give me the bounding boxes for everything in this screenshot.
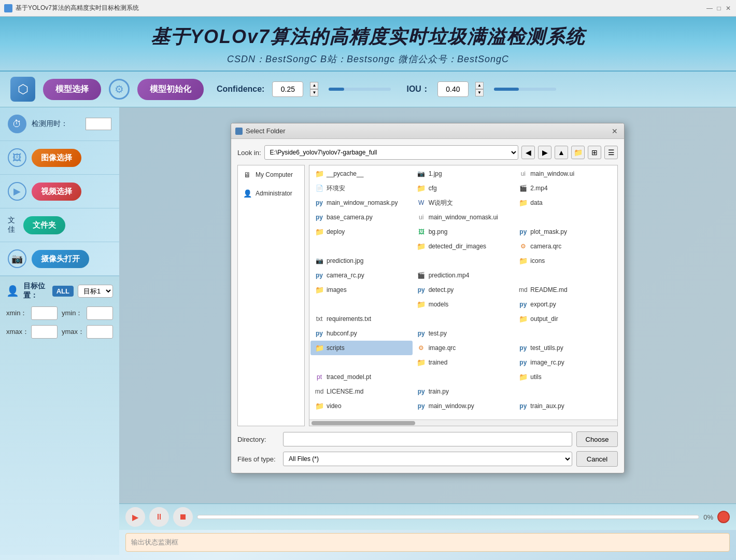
file-item[interactable]: pybase_camera.py: [310, 210, 413, 225]
iou-slider-track[interactable]: [494, 88, 556, 91]
minimize-button[interactable]: —: [706, 5, 713, 12]
file-item[interactable]: 📁video: [310, 399, 413, 413]
file-item[interactable]: uimain_window_nomask.ui: [413, 210, 515, 225]
file-item[interactable]: 📁detected_dir_images: [413, 239, 515, 254]
file-item[interactable]: pydetect.py: [413, 283, 515, 297]
image-select-item[interactable]: 🖼 图像选择: [0, 141, 119, 175]
file-item[interactable]: WW说明文: [413, 195, 515, 210]
files-grid: 📁__pycache__📷1.jpguimain_window.ui📄环境安📁c…: [309, 165, 617, 419]
confidence-down[interactable]: ▼: [310, 89, 318, 96]
file-item[interactable]: 📁cfg: [413, 181, 515, 195]
nav-forward-button[interactable]: ▶: [538, 146, 551, 159]
file-item[interactable]: 📁images: [310, 283, 413, 297]
video-select-button[interactable]: 视频选择: [32, 183, 81, 201]
file-item[interactable]: pycamera_rc.py: [310, 268, 413, 283]
file-icon: 📁: [518, 372, 528, 382]
file-item[interactable]: 📁deploy: [310, 225, 413, 239]
camera-button[interactable]: 摄像头打开: [32, 250, 89, 268]
lookin-path-select[interactable]: E:\Pyside6_yolov7\yolov7-garbage_full: [264, 145, 518, 160]
file-item[interactable]: 📁data: [514, 195, 616, 210]
folder-item[interactable]: 文佳 文件夹: [0, 208, 119, 242]
filetype-select[interactable]: All Files (*): [283, 452, 572, 466]
camera-item[interactable]: 📷 摄像头打开: [0, 242, 119, 276]
file-item[interactable]: pyplot_mask.py: [514, 225, 616, 239]
cancel-button[interactable]: Cancel: [576, 451, 618, 467]
file-item[interactable]: 📁scripts: [310, 341, 413, 355]
file-item[interactable]: pytrain.py: [413, 384, 515, 399]
nav-up-button[interactable]: ▲: [555, 146, 568, 159]
file-item[interactable]: txtrequirements.txt: [310, 312, 413, 326]
file-item[interactable]: 📄环境安: [310, 181, 413, 195]
file-item[interactable]: uimain_window.ui: [514, 166, 616, 181]
horizontal-scrollbar[interactable]: [309, 419, 617, 426]
file-item[interactable]: ⚙image.qrc: [413, 341, 515, 355]
user-icon: 👤: [242, 188, 252, 199]
maximize-button[interactable]: □: [715, 5, 723, 12]
confidence-slider-track[interactable]: [329, 88, 391, 91]
model-select-button[interactable]: 模型选择: [43, 79, 101, 100]
view-list-button[interactable]: ☰: [604, 146, 618, 159]
ymin-input[interactable]: [87, 306, 113, 320]
directory-input[interactable]: [283, 432, 572, 446]
confidence-spinner[interactable]: ▲ ▼: [310, 82, 318, 96]
file-item[interactable]: 📁trained: [413, 355, 515, 370]
file-name: 2.mp4: [530, 185, 547, 192]
places-item-administrator[interactable]: 👤 Administrator: [238, 184, 304, 203]
model-init-button[interactable]: 模型初始化: [137, 79, 204, 100]
file-name: prediction.mp4: [429, 272, 470, 279]
file-item[interactable]: pttraced_model.pt: [310, 370, 413, 384]
file-item[interactable]: pyexport.py: [514, 297, 616, 312]
iou-spinner[interactable]: ▲ ▼: [475, 82, 484, 96]
file-name: main_window.py: [429, 402, 474, 410]
close-button[interactable]: ✕: [725, 5, 732, 12]
file-item[interactable]: 🎬2.mp4: [514, 181, 616, 195]
file-item[interactable]: 🖼bg.png: [413, 225, 515, 239]
folder-button[interactable]: 文件夹: [23, 216, 65, 234]
choose-button[interactable]: Choose: [576, 431, 618, 447]
confidence-up[interactable]: ▲: [310, 82, 318, 89]
nav-back-button[interactable]: ◀: [521, 146, 535, 159]
file-icon: 📁: [315, 401, 324, 411]
sub-title: CSDN：BestSongC B站：Bestsongc 微信公众号：BestSo…: [10, 53, 726, 65]
progress-bar[interactable]: [197, 515, 699, 519]
file-item[interactable]: 🎬prediction.mp4: [413, 268, 515, 283]
play-button[interactable]: ▶: [125, 507, 145, 527]
xmin-input[interactable]: [31, 306, 58, 320]
file-item[interactable]: pytest.py: [413, 326, 515, 341]
file-item[interactable]: mdREADME.md: [514, 283, 616, 297]
file-item[interactable]: mdLICENSE.md: [310, 384, 413, 399]
stop-button[interactable]: ⏹: [173, 507, 193, 527]
file-name: output_dir: [530, 315, 558, 323]
file-item[interactable]: 📁output_dir: [514, 312, 616, 326]
xmax-input[interactable]: [31, 325, 58, 339]
file-item[interactable]: pyhubconf.py: [310, 326, 413, 341]
places-item-mycomputer[interactable]: 🖥 My Computer: [238, 165, 304, 184]
file-item[interactable]: pyimage_rc.py: [514, 355, 616, 370]
pause-button[interactable]: ⏸: [149, 507, 169, 527]
iou-up[interactable]: ▲: [475, 82, 484, 89]
view-grid-button[interactable]: ⊞: [588, 146, 601, 159]
new-folder-button[interactable]: 📁: [571, 146, 585, 159]
record-button[interactable]: [717, 511, 730, 523]
file-item[interactable]: 📁utils: [514, 370, 616, 384]
file-item[interactable]: 📷prediction.jpg: [310, 254, 413, 268]
ymax-input[interactable]: [87, 325, 113, 339]
file-item[interactable]: pytest_utils.py: [514, 341, 616, 355]
confidence-input[interactable]: [272, 81, 303, 97]
file-item[interactable]: 📁__pycache__: [310, 166, 413, 181]
places-label-mycomputer: My Computer: [256, 171, 293, 178]
file-item[interactable]: pymain_window.py: [413, 399, 515, 413]
file-item[interactable]: ⚙camera.qrc: [514, 239, 616, 254]
video-select-item[interactable]: ▶ 视频选择: [0, 175, 119, 208]
file-item[interactable]: 📷1.jpg: [413, 166, 515, 181]
iou-down[interactable]: ▼: [475, 89, 484, 96]
iou-input[interactable]: [437, 81, 469, 97]
file-item[interactable]: 📁models: [413, 297, 515, 312]
xmax-row: xmax： ymax：: [6, 325, 113, 339]
image-select-button[interactable]: 图像选择: [32, 149, 81, 167]
target-select[interactable]: 目标1: [78, 285, 113, 298]
file-item[interactable]: pymain_window_nomask.py: [310, 195, 413, 210]
dialog-close-button[interactable]: ✕: [610, 126, 620, 136]
file-item[interactable]: 📁icons: [514, 254, 616, 268]
file-item[interactable]: pytrain_aux.py: [514, 399, 616, 413]
